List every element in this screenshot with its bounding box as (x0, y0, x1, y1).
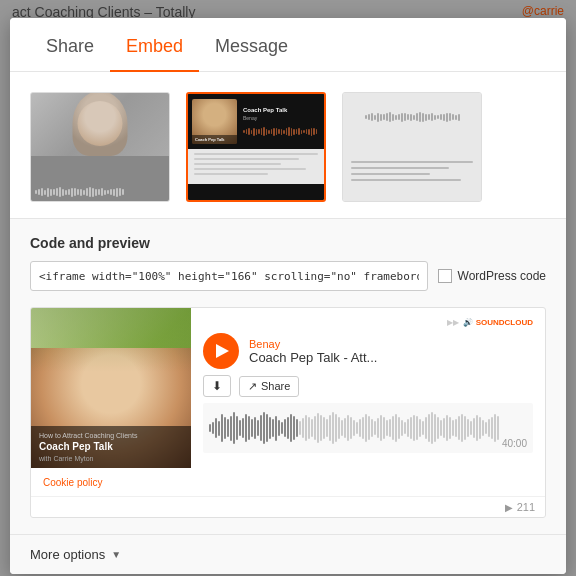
download-icon: ⬇ (212, 379, 222, 393)
player-preview: How to Attract Coaching Clients Coach Pe… (30, 307, 546, 518)
tab-message[interactable]: Message (199, 18, 304, 71)
time-label: 40:00 (502, 438, 527, 449)
cookie-link[interactable]: Cookie policy (43, 477, 102, 488)
embed-option-visual[interactable]: // Will render via JS below (30, 92, 170, 202)
cookie-policy: Cookie policy (31, 468, 545, 496)
code-row: WordPress code (30, 261, 546, 291)
player-artist[interactable]: Benay (249, 338, 377, 350)
tab-share[interactable]: Share (30, 18, 110, 71)
player-info: Benay Coach Pep Talk - Att... (249, 338, 377, 365)
code-section-title: Code and preview (30, 235, 546, 251)
download-button[interactable]: ⬇ (203, 375, 231, 397)
artwork-sub: How to Attract Coaching Clients (39, 432, 183, 439)
share-button[interactable]: ↗ Share (239, 376, 299, 397)
play-button[interactable] (203, 333, 239, 369)
play-count: ▶ 211 (505, 501, 535, 513)
thumb2-sub: Benay (243, 115, 317, 121)
play-count-icon: ▶ (505, 502, 513, 513)
more-options-label: More options (30, 547, 105, 562)
share-icon: ↗ (248, 380, 257, 393)
share-label: Share (261, 380, 290, 392)
more-options-section: More options ▼ (10, 534, 566, 574)
player-track: Coach Pep Talk - Att... (249, 350, 377, 365)
player-main: ▶▶ 🔊 SOUNDCLOUD Benay Coach Pep Talk - A… (191, 308, 545, 468)
waveform[interactable]: 40:00 (203, 403, 533, 453)
play-icon (216, 344, 229, 358)
player-artwork: How to Attract Coaching Clients Coach Pe… (31, 308, 191, 468)
soundcloud-logo: 🔊 SOUNDCLOUD (463, 318, 533, 327)
play-count-value: 211 (517, 501, 535, 513)
player-top: How to Attract Coaching Clients Coach Pe… (31, 308, 545, 468)
tab-embed[interactable]: Embed (110, 18, 199, 71)
artwork-title: Coach Pep Talk (39, 441, 183, 453)
embed-option-minimal[interactable] (342, 92, 482, 202)
soundcloud-icon: ▶▶ (447, 318, 459, 327)
dropdown-arrow-icon: ▼ (111, 549, 121, 560)
tabs-container: Share Embed Message (10, 18, 566, 72)
wordpress-label: WordPress code (458, 269, 546, 283)
code-section: Code and preview WordPress code How to A… (10, 218, 566, 534)
artwork-overlay: How to Attract Coaching Clients Coach Pe… (31, 426, 191, 468)
modal: Share Embed Message // Will render via J… (10, 18, 566, 574)
more-options-button[interactable]: More options ▼ (30, 547, 121, 562)
wordpress-option: WordPress code (438, 269, 546, 283)
embed-options-row: // Will render via JS below Coach Pep Ta… (10, 72, 566, 218)
embed-option-artwork[interactable]: Coach Pep Talk Coach Pep Talk Benay (186, 92, 326, 202)
thumb2-title: Coach Pep Talk (243, 107, 317, 113)
code-input[interactable] (30, 261, 428, 291)
player-controls-row: Benay Coach Pep Talk - Att... (203, 333, 533, 369)
player-actions: ⬇ ↗ Share (203, 375, 533, 397)
artwork-author: with Carrie Myton (39, 455, 183, 462)
player-bottom: ▶ 211 (31, 496, 545, 517)
soundcloud-badge-row: ▶▶ 🔊 SOUNDCLOUD (203, 318, 533, 327)
wordpress-checkbox[interactable] (438, 269, 452, 283)
